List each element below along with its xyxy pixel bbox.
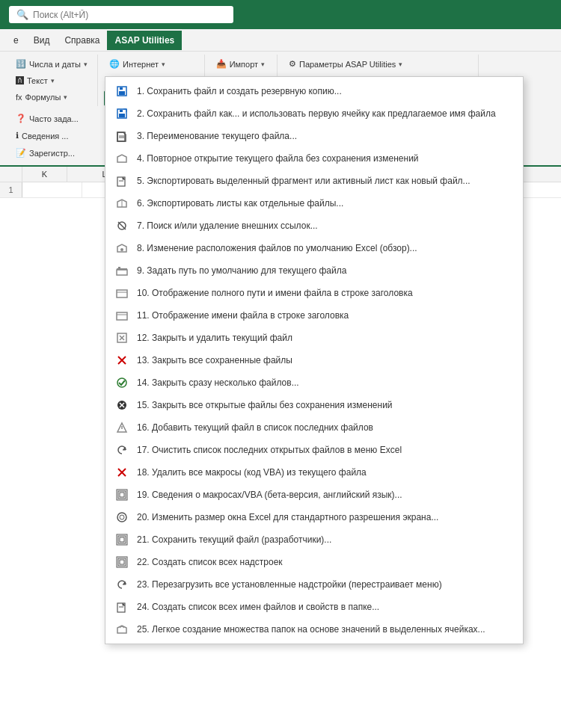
dropdown-item-3[interactable]: 3. Переименование текущего файла... [105,125,523,147]
menu-item-icon-15 [114,398,129,413]
dropdown-item-6[interactable]: 6. Экспортировать листы как отдельные фа… [105,192,523,215]
svg-rect-5 [120,110,123,112]
ribbon-btn-faq[interactable]: ❓ Часто зада... [10,111,84,126]
menu-bar: е Вид Справка ASAP Utilities [0,29,561,52]
menu-item-text-22: 22. Создать список всех надстроек [137,557,514,567]
menu-item-icon-14 [114,375,129,390]
dropdown-item-11[interactable]: 11. Отображение имени файла в строке заг… [105,304,523,327]
menu-item-icon-25 [114,622,129,637]
text-icon: 🅰 [16,76,24,85]
dropdown-item-21[interactable]: 21. Сохранить текущий файл (разработчики… [105,528,523,551]
chevron-down-icon: ▾ [162,61,165,68]
dropdown-item-20[interactable]: 20. Изменить размер окна Excel для станд… [105,506,523,528]
dropdown-item-17[interactable]: 17. Очистить список последних открытых ф… [105,439,523,461]
menu-item-asap[interactable]: ASAP Utilities [107,31,182,50]
ribbon-btn-settings[interactable]: ⚙ Параметры ASAP Utilities ▾ [283,56,473,72]
menu-item-icon-3 [114,129,129,144]
dropdown-item-14[interactable]: 14. Закрыть сразу несколько файлов... [105,371,523,394]
ribbon-group-5: ❓ Часто зада... ℹ Сведения ... 📝 Зарегис… [6,109,88,162]
svg-rect-16 [118,267,120,268]
ribbon-btn-import[interactable]: 📥 Импорт ▾ [211,56,272,72]
svg-rect-20 [117,312,127,320]
dropdown-item-4[interactable]: 4. Повторное открытие текущего файла без… [105,147,523,170]
menu-item-text-5: 5. Экспортировать выделенный фрагмент ил… [137,176,514,186]
menu-item-e[interactable]: е [6,31,26,50]
menu-item-icon-6 [114,196,129,211]
menu-item-icon-19 [114,487,129,502]
menu-item-view[interactable]: Вид [26,31,58,50]
ribbon-btn-about[interactable]: ℹ Сведения ... [10,128,84,144]
dropdown-item-12[interactable]: 12. Закрыть и удалить текущий файл [105,327,523,349]
search-input[interactable] [33,10,226,20]
menu-item-text-17: 17. Очистить список последних открытых ф… [137,445,514,455]
svg-point-14 [120,248,123,251]
menu-item-icon-5 [114,173,129,188]
svg-rect-6 [117,132,125,141]
menu-item-text-1: 1. Сохранить файл и создать резервную ко… [137,86,514,96]
menu-item-icon-18 [114,465,129,480]
ribbon-btn-internet[interactable]: 🌐 Интернет ▾ [104,56,200,72]
svg-point-38 [117,513,126,522]
svg-rect-18 [117,290,127,297]
menu-item-icon-16 [114,420,129,435]
cell[interactable] [22,182,82,197]
dropdown-item-7[interactable]: 7. Поиск и/или удаление внешних ссылок..… [105,215,523,237]
about-icon: ℹ [16,131,19,141]
menu-item-icon-12 [114,330,129,345]
dropdown-item-18[interactable]: 18. Удалить все макросы (код VBA) из тек… [105,461,523,484]
dropdown-item-2[interactable]: 2. Сохранить файл как... и использовать … [105,102,523,125]
menu-item-text-20: 20. Изменить размер окна Excel для станд… [137,512,514,522]
internet-icon: 🌐 [109,59,120,69]
ribbon-btn-register[interactable]: 📝 Зарегистр... [10,145,84,161]
menu-item-icon-21 [114,532,129,547]
dropdown-item-13[interactable]: 13. Закрыть все сохраненные файлы [105,349,523,371]
chevron-down-icon: ▾ [261,61,265,68]
chevron-down-icon: ▾ [64,93,67,101]
menu-item-icon-20 [114,510,129,525]
svg-rect-4 [119,114,125,117]
ribbon-btn-text[interactable]: 🅰 Текст ▾ [10,73,93,88]
search-icon: 🔍 [16,9,28,20]
menu-item-text-12: 12. Закрыть и удалить текущий файл [137,333,514,343]
dropdown-item-23[interactable]: 23. Перезагрузить все установленные надс… [105,573,523,596]
menu-item-text-11: 11. Отображение имени файла в строке заг… [137,310,514,321]
svg-rect-1 [119,91,125,95]
dropdown-item-22[interactable]: 22. Создать список всех надстроек [105,551,523,573]
menu-item-text-16: 16. Добавить текущий файл в список после… [137,422,514,433]
menu-item-icon-10 [114,286,129,300]
formula-icon: fx [16,93,22,102]
dropdown-item-1[interactable]: 1. Сохранить файл и создать резервную ко… [105,80,523,102]
search-box[interactable]: 🔍 [9,6,233,23]
menu-item-icon-24 [114,599,129,614]
dropdown-item-19[interactable]: 19. Сведения о макросах/VBA (бета-версия… [105,484,523,506]
row-number-header [0,167,22,182]
dropdown-item-10[interactable]: 10. Отображение полного пути и имени фай… [105,282,523,304]
dropdown-item-24[interactable]: 24. Создать список всех имен файлов и св… [105,596,523,618]
ribbon-btn-formulas[interactable]: fx Формулы ▾ [10,90,93,105]
menu-item-text-15: 15. Закрыть все открытые файлы без сохра… [137,400,514,410]
menu-item-icon-9 [114,263,129,278]
dropdown-item-9[interactable]: 9. Задать путь по умолчанию для текущего… [105,259,523,282]
top-bar: 🔍 [0,0,561,29]
menu-item-icon-11 [114,308,129,323]
row-num: 1 [0,182,22,197]
dropdown-item-25[interactable]: 25. Легкое создание множества папок на о… [105,618,523,641]
settings-icon: ⚙ [289,59,296,69]
file-system-dropdown: 1. Сохранить файл и создать резервную ко… [105,76,524,644]
menu-item-text-7: 7. Поиск и/или удаление внешних ссылок..… [137,220,514,231]
dropdown-item-8[interactable]: 8. Изменение расположения файлов по умол… [105,237,523,259]
ribbon-btn-numbers[interactable]: 🔢 Числа и даты ▾ [10,56,93,72]
menu-item-icon-13 [114,353,129,368]
import-icon: 📥 [216,59,227,69]
menu-item-text-21: 21. Сохранить текущий файл (разработчики… [137,534,514,545]
menu-item-text-25: 25. Легкое создание множества папок на о… [137,624,514,635]
dropdown-item-5[interactable]: 5. Экспортировать выделенный фрагмент ил… [105,170,523,192]
menu-item-icon-4 [114,151,129,166]
menu-item-text-4: 4. Повторное открытие текущего файла без… [137,153,514,164]
menu-item-help[interactable]: Справка [57,31,107,50]
dropdown-item-16[interactable]: 16. Добавить текущий файл в список после… [105,416,523,439]
menu-item-text-2: 2. Сохранить файл как... и использовать … [137,108,514,119]
menu-item-text-18: 18. Удалить все макросы (код VBA) из тек… [137,467,514,478]
dropdown-item-15[interactable]: 15. Закрыть все открытые файлы без сохра… [105,394,523,416]
chevron-down-icon: ▾ [51,77,55,84]
